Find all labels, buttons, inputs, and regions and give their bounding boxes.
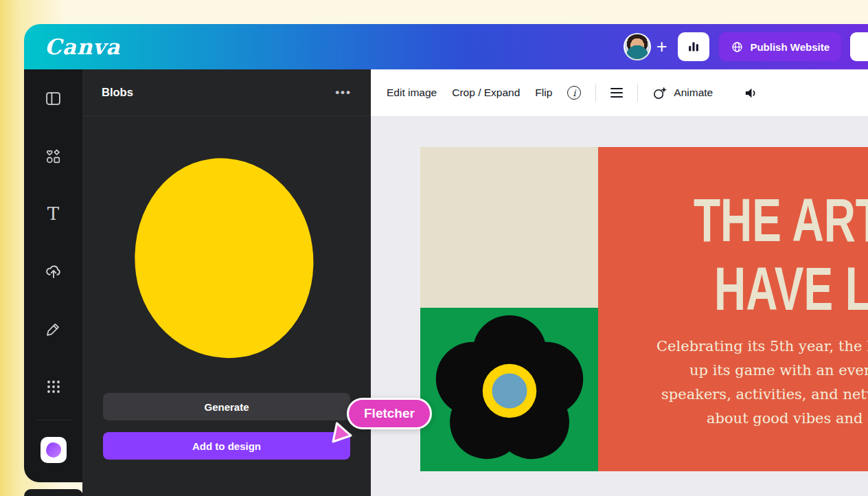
text-icon: T xyxy=(47,205,59,223)
sidebar-rail: T xyxy=(24,69,82,482)
avatar[interactable] xyxy=(624,33,651,60)
headline-line-2[interactable]: HAVE LAN xyxy=(714,258,868,320)
rail-divider xyxy=(36,420,71,420)
volume-icon xyxy=(743,85,759,101)
position-icon xyxy=(610,88,623,98)
info-icon: i xyxy=(567,86,581,100)
topbar-actions: + Publish Web xyxy=(624,32,868,61)
publish-website-button[interactable]: Publish Website xyxy=(719,32,841,61)
sidebar-item-text[interactable]: T xyxy=(24,185,82,243)
headline-line-1[interactable]: THE ART xyxy=(694,190,868,251)
design-icon xyxy=(45,90,62,107)
share-button-partial[interactable] xyxy=(850,32,868,61)
blobs-panel: Blobs ••• Generate Add to design xyxy=(82,69,371,496)
publish-label: Publish Website xyxy=(750,41,830,53)
apps-icon xyxy=(45,379,62,395)
body-text-line[interactable]: speakers, activities, and networkin xyxy=(661,386,868,403)
body-text-line[interactable]: up its game with an even bigger xyxy=(689,362,868,379)
crop-expand-button[interactable]: Crop / Expand xyxy=(444,81,527,104)
sidebar-item-design[interactable] xyxy=(24,69,82,127)
blobs-app-icon xyxy=(46,442,61,458)
info-button[interactable]: i xyxy=(560,80,589,105)
toolbar-divider xyxy=(637,84,638,102)
volume-button[interactable] xyxy=(735,80,766,106)
canva-logo: Canva xyxy=(45,34,120,59)
edit-image-button[interactable]: Edit image xyxy=(379,81,444,104)
toolbar-divider xyxy=(595,84,596,102)
position-button[interactable] xyxy=(603,82,630,104)
background-window-peek xyxy=(24,489,83,496)
collaborator-name-tag: Fletcher xyxy=(347,398,432,429)
animate-label: Animate xyxy=(674,87,713,99)
panel-header: Blobs ••• xyxy=(82,69,371,116)
uploads-icon xyxy=(45,262,62,280)
publish-icon xyxy=(731,41,744,54)
blobs-app-button[interactable] xyxy=(41,437,67,463)
top-bar: Canva + xyxy=(24,24,868,69)
elements-icon xyxy=(45,148,62,165)
sidebar-item-uploads[interactable] xyxy=(24,243,82,300)
generated-blob-preview[interactable] xyxy=(122,146,326,370)
sidebar-item-elements[interactable] xyxy=(24,127,82,185)
design-block-beige[interactable] xyxy=(420,147,598,308)
flip-button[interactable]: Flip xyxy=(527,81,560,104)
panel-title: Blobs xyxy=(102,86,133,99)
generate-button[interactable]: Generate xyxy=(103,393,350,420)
body-text-line[interactable]: Celebrating its 5th year, the Beecht xyxy=(656,338,868,354)
canva-app-window: Canva + xyxy=(24,24,868,496)
analytics-button[interactable] xyxy=(678,32,709,61)
editor-toolbar: Edit image Crop / Expand Flip i Animate xyxy=(371,69,868,117)
add-people-button[interactable]: + xyxy=(656,38,667,56)
animate-button[interactable]: Animate xyxy=(645,80,720,106)
add-to-design-button[interactable]: Add to design xyxy=(103,432,350,460)
animate-sparkle-icon xyxy=(652,85,668,101)
sidebar-item-draw[interactable] xyxy=(24,300,82,358)
body-text-line[interactable]: about good vibes and creati xyxy=(707,410,868,427)
draw-icon xyxy=(45,321,62,338)
flower-graphic[interactable] xyxy=(435,315,584,464)
analytics-icon xyxy=(686,39,701,54)
more-options-icon[interactable]: ••• xyxy=(335,86,352,100)
sidebar-item-apps[interactable] xyxy=(24,358,82,416)
design-canvas[interactable]: THE ART HAVE LAN Celebrating its 5th yea… xyxy=(371,117,868,496)
